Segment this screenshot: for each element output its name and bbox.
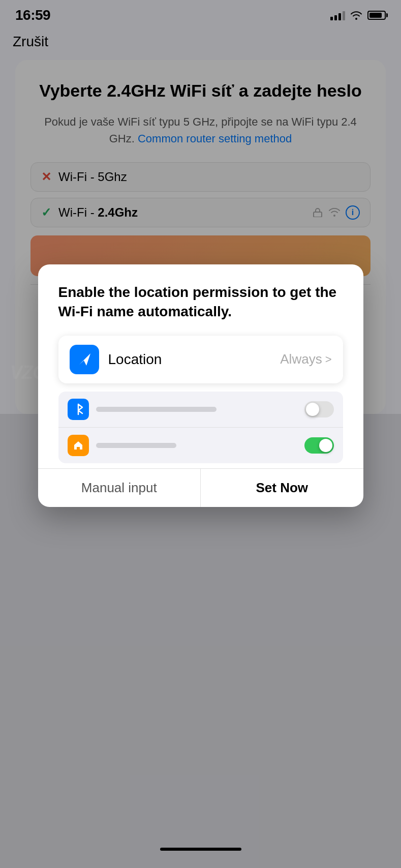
location-row[interactable]: Location Always > — [58, 336, 343, 383]
dialog-title: Enable the location permission to get th… — [58, 283, 343, 321]
location-label: Location — [108, 351, 271, 368]
bluetooth-toggle[interactable] — [304, 401, 334, 417]
bluetooth-label — [96, 407, 297, 412]
settings-rows — [58, 392, 343, 463]
location-value-text: Always — [280, 351, 322, 367]
home-indicator — [160, 848, 241, 851]
bluetooth-icon — [68, 399, 89, 420]
permission-dialog: Enable the location permission to get th… — [38, 264, 363, 507]
dialog-buttons: Manual input Set Now — [38, 468, 363, 507]
settings-row-bluetooth — [58, 392, 343, 428]
toggle-knob — [306, 403, 319, 416]
location-arrow-icon — [76, 351, 92, 368]
home-toggle[interactable] — [304, 437, 334, 454]
settings-row-home — [58, 428, 343, 463]
set-now-button[interactable]: Set Now — [201, 469, 363, 507]
chevron-right-icon: > — [325, 353, 332, 366]
dialog-content: Enable the location permission to get th… — [38, 264, 363, 463]
toggle-knob-home — [319, 439, 332, 452]
home-label — [96, 443, 297, 448]
home-icon — [68, 435, 89, 456]
location-icon-wrapper — [70, 345, 99, 374]
location-value: Always > — [280, 351, 331, 367]
manual-input-button[interactable]: Manual input — [38, 469, 201, 507]
